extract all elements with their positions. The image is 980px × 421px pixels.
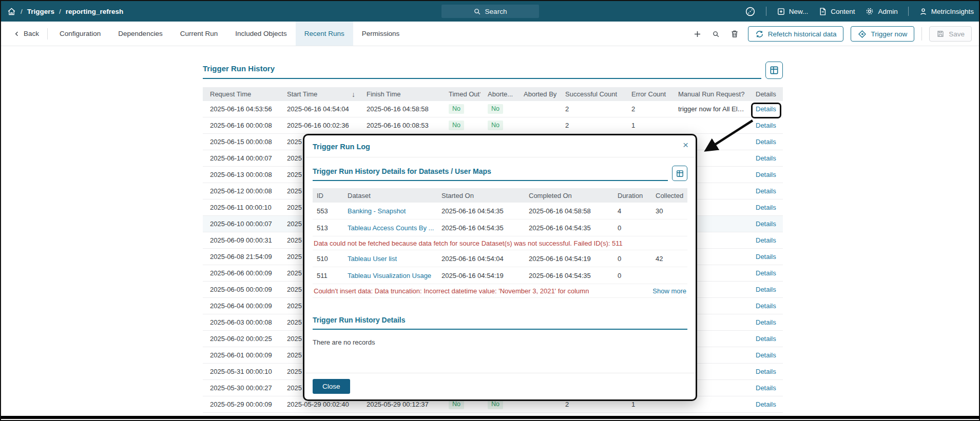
toolbar: Back ConfigurationDependenciesCurrent Ru… <box>1 22 979 46</box>
details-link[interactable]: Details <box>756 171 776 178</box>
details-link[interactable]: Details <box>756 204 776 211</box>
column-header-request-time[interactable]: Request Time <box>203 90 280 98</box>
request-time-cell: 2025-06-04 00:00:09 <box>203 302 280 310</box>
details-cell: Details <box>748 384 783 392</box>
admin-button[interactable]: Admin <box>865 7 897 16</box>
breadcrumb-item-triggers[interactable]: Triggers <box>27 8 54 15</box>
trigger-diamond-icon <box>858 30 867 38</box>
column-header-label: Aborted By <box>524 90 556 98</box>
aborted-badge: No <box>488 399 503 409</box>
successful-count-cell: 2 <box>558 122 624 129</box>
tab-current-run[interactable]: Current Run <box>171 22 227 46</box>
sort-desc-icon[interactable]: ↓ <box>352 90 355 98</box>
content-button[interactable]: Content <box>818 7 855 16</box>
details-link[interactable]: Details <box>756 269 776 277</box>
request-time-cell: 2025-06-14 00:00:07 <box>203 154 280 162</box>
request-time-cell: 2025-06-05 00:00:09 <box>203 286 280 293</box>
details-link[interactable]: Details <box>756 154 776 162</box>
details-link[interactable]: Details <box>756 318 776 326</box>
modal-column-header-collected: Collected <box>651 192 687 199</box>
details-link[interactable]: Details <box>756 220 776 228</box>
details-link[interactable]: Details <box>756 122 776 129</box>
add-icon[interactable] <box>691 28 704 40</box>
home-icon[interactable] <box>7 7 16 16</box>
request-time-cell: 2025-05-30 00:00:27 <box>203 384 280 392</box>
app-window: / Triggers / reporting_refresh Search Ne… <box>0 0 980 421</box>
request-time-cell: 2025-06-10 00:00:07 <box>203 220 280 228</box>
ai-button[interactable] <box>745 6 756 17</box>
column-header-error-count[interactable]: Error Count <box>624 90 671 98</box>
trigger-now-button[interactable]: Trigger now <box>851 26 914 42</box>
column-header-start-time[interactable]: Start Time↓ <box>280 90 359 98</box>
request-time-cell: 2025-06-02 00:00:25 <box>203 335 280 343</box>
dataset-link[interactable]: Tableau Visualization Usage <box>348 272 431 279</box>
search-icon[interactable] <box>710 28 722 40</box>
document-icon <box>818 7 827 16</box>
tab-configuration[interactable]: Configuration <box>51 22 109 46</box>
tab-included-objects[interactable]: Included Objects <box>226 22 296 46</box>
details-link[interactable]: Details <box>756 187 776 195</box>
global-search[interactable]: Search <box>441 5 539 18</box>
close-button[interactable]: Close <box>313 379 350 394</box>
column-header-successful-count[interactable]: Successful Count <box>558 90 624 98</box>
search-icon <box>473 8 481 15</box>
error-message-row: Couldn't insert data: Data truncation: I… <box>313 284 687 298</box>
started-on-cell: 2025-06-16 04:54:04 <box>437 255 525 263</box>
aborted-badge: No <box>488 104 503 114</box>
dataset-link[interactable]: Banking - Snapshot <box>348 207 406 215</box>
details-link[interactable]: Details <box>756 368 776 375</box>
person-icon <box>919 7 928 16</box>
details-link[interactable]: Details <box>756 138 776 146</box>
refetch-label: Refetch historical data <box>768 30 837 38</box>
details-link[interactable]: Details <box>756 236 776 244</box>
timed-out-cell: No <box>441 104 481 114</box>
column-header-aborte-[interactable]: Aborte... <box>481 90 516 98</box>
details-link[interactable]: Details <box>756 302 776 310</box>
dataset-link[interactable]: Tableau Access Counts By ... <box>348 224 434 232</box>
column-header-manual-run-request-[interactable]: Manual Run Request? <box>671 90 748 98</box>
user-menu[interactable]: MetricInsights <box>919 7 974 16</box>
details-cell: Details <box>748 286 783 293</box>
details-cell: Details <box>748 253 783 260</box>
tab-dependencies[interactable]: Dependencies <box>109 22 171 46</box>
column-header-details[interactable]: Details <box>748 90 783 98</box>
show-more-link[interactable]: Show more <box>652 287 686 295</box>
column-header-aborted-by[interactable]: Aborted By <box>516 90 558 98</box>
started-on-cell: 2025-06-16 04:54:35 <box>437 224 525 232</box>
delete-icon[interactable] <box>728 28 741 40</box>
breadcrumb-item-trigger-name: reporting_refresh <box>66 8 124 15</box>
request-time-cell: 2025-06-12 00:00:08 <box>203 187 280 195</box>
request-time-cell: 2025-06-09 00:00:31 <box>203 236 280 244</box>
request-time-cell: 2025-06-11 00:00:10 <box>203 204 280 211</box>
dataset-link[interactable]: Tableau User list <box>348 255 397 263</box>
details-link[interactable]: Details <box>756 351 776 359</box>
window-bottom-border <box>1 416 979 419</box>
tab-permissions[interactable]: Permissions <box>353 22 409 46</box>
table-row: 2025-06-16 04:53:562025-06-16 04:54:0420… <box>203 101 783 117</box>
grid-icon <box>769 65 779 75</box>
details-link[interactable]: Details <box>756 253 776 260</box>
refetch-historical-data-button[interactable]: Refetch historical data <box>748 26 844 42</box>
timed-out-badge: No <box>449 104 464 114</box>
close-icon[interactable]: × <box>683 140 688 150</box>
table-settings-button[interactable] <box>765 62 783 79</box>
column-header-label: Finish Time <box>367 90 400 98</box>
details-link[interactable]: Details <box>756 286 776 293</box>
details-link[interactable]: Details <box>756 400 776 408</box>
new-button[interactable]: New... <box>777 7 809 16</box>
back-button[interactable]: Back <box>1 22 47 46</box>
modal-table-settings-button[interactable] <box>672 166 687 181</box>
request-time-cell: 2025-05-29 00:00:09 <box>203 400 280 408</box>
details-link[interactable]: Details <box>756 335 776 343</box>
details-link[interactable]: Details <box>756 105 776 113</box>
details-link[interactable]: Details <box>756 384 776 392</box>
admin-button-label: Admin <box>878 8 897 15</box>
duration-cell: 4 <box>613 207 651 215</box>
column-header-timed-out-[interactable]: Timed Out? <box>441 90 481 98</box>
column-header-finish-time[interactable]: Finish Time <box>359 90 441 98</box>
tab-recent-runs[interactable]: Recent Runs <box>296 22 353 46</box>
save-button[interactable]: Save <box>929 26 972 42</box>
modal-column-header-dataset: Dataset <box>343 192 437 199</box>
request-time-cell: 2025-06-13 00:00:08 <box>203 171 280 178</box>
error-message-text: Couldn't insert data: Data truncation: I… <box>314 287 589 295</box>
